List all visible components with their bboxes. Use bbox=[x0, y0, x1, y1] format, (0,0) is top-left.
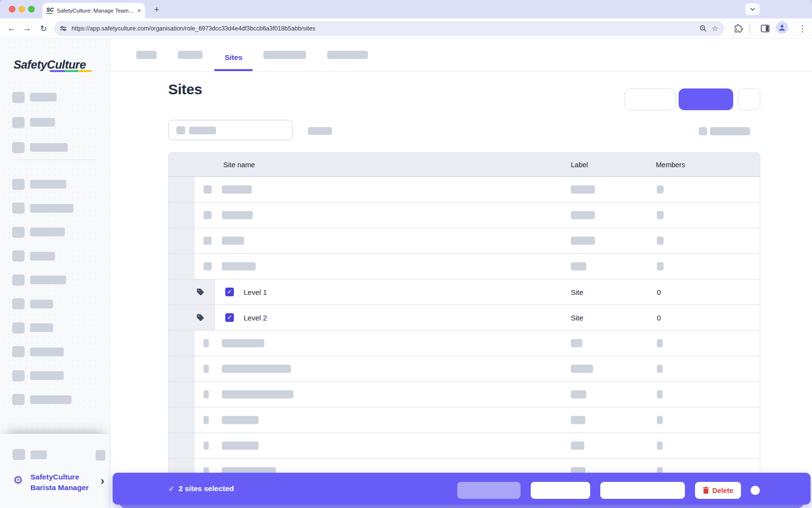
search-input[interactable] bbox=[168, 120, 292, 140]
row-indent-gutter bbox=[169, 203, 195, 228]
gear-icon[interactable]: ⚙ bbox=[13, 475, 23, 486]
organisation-switcher[interactable]: ⚙ SafetyCulture Barista Manager › bbox=[0, 469, 110, 503]
sidebar-item-skeleton[interactable] bbox=[12, 91, 57, 103]
site-members-count: 0 bbox=[657, 314, 661, 322]
bar-action-button-2[interactable] bbox=[600, 482, 685, 499]
new-tab-button[interactable]: + bbox=[151, 4, 162, 15]
tab-skeleton[interactable] bbox=[178, 51, 203, 59]
header-secondary-button[interactable] bbox=[624, 88, 676, 110]
sidebar-item-skeleton[interactable] bbox=[12, 141, 68, 154]
zoom-icon[interactable] bbox=[699, 25, 707, 32]
profile-avatar[interactable] bbox=[776, 21, 788, 34]
menu-icon-placeholder bbox=[12, 227, 25, 238]
app-sidebar: SafetyCulture ⚙ SafetyCulture Barista Ma… bbox=[0, 39, 110, 508]
address-bar[interactable]: https://app.safetyculture.com/organisati… bbox=[54, 21, 724, 36]
columns-label-placeholder bbox=[710, 127, 750, 135]
sidebar-item-skeleton[interactable] bbox=[12, 226, 65, 238]
checkbox-placeholder bbox=[203, 237, 212, 245]
browser-tab[interactable]: SC SafetyCulture: Manage Teams and... × bbox=[43, 3, 145, 18]
header-primary-button[interactable] bbox=[679, 88, 733, 110]
reload-button[interactable]: ↻ bbox=[37, 22, 50, 35]
row-checkbox[interactable]: ✓ bbox=[225, 313, 234, 322]
site-name-placeholder bbox=[222, 237, 244, 245]
members-placeholder bbox=[657, 416, 663, 424]
menu-label-placeholder bbox=[30, 143, 68, 152]
table-row-skeleton[interactable] bbox=[169, 356, 760, 382]
row-indent-gutter bbox=[169, 356, 195, 381]
row-indent-gutter bbox=[169, 254, 195, 279]
bar-action-placeholder-button[interactable] bbox=[457, 482, 521, 499]
checkbox-placeholder bbox=[203, 339, 209, 348]
site-row[interactable]: ✓Level 2Site0 bbox=[169, 305, 760, 331]
site-name-placeholder bbox=[222, 339, 264, 348]
sidebar-item-skeleton[interactable] bbox=[12, 178, 66, 190]
tab-skeleton[interactable] bbox=[136, 51, 157, 59]
table-row-skeleton[interactable] bbox=[169, 433, 760, 459]
forward-button[interactable]: → bbox=[20, 22, 34, 35]
sites-table: Site name Label Members ✓Level 1Site0✓Le… bbox=[168, 152, 760, 484]
side-panel-icon[interactable] bbox=[758, 22, 772, 35]
tab-skeleton[interactable] bbox=[327, 51, 368, 59]
site-name: Level 1 bbox=[244, 288, 267, 296]
window-minimize-button[interactable] bbox=[18, 6, 25, 13]
menu-icon-placeholder bbox=[12, 250, 25, 261]
sidebar-item-skeleton[interactable] bbox=[12, 274, 66, 286]
tab-search-button[interactable] bbox=[745, 3, 760, 15]
sidebar-item-skeleton[interactable] bbox=[12, 202, 73, 215]
sidebar-item-skeleton[interactable] bbox=[12, 250, 55, 262]
sidebar-item-skeleton[interactable] bbox=[12, 393, 72, 406]
nav-tabs-divider bbox=[110, 71, 812, 72]
tab-skeleton[interactable] bbox=[263, 51, 306, 59]
menu-icon-placeholder bbox=[12, 203, 25, 214]
sidebar-item-skeleton[interactable] bbox=[12, 116, 55, 129]
browser-menu-icon[interactable]: ⋮ bbox=[796, 22, 809, 35]
table-row-skeleton[interactable] bbox=[169, 407, 760, 433]
sidebar-footer: ⚙ SafetyCulture Barista Manager › bbox=[0, 434, 110, 508]
bar-action-button-1[interactable] bbox=[531, 482, 590, 499]
table-row-skeleton[interactable] bbox=[169, 254, 760, 279]
extensions-icon[interactable] bbox=[732, 22, 745, 35]
table-row-skeleton[interactable] bbox=[169, 382, 760, 407]
table-row-skeleton[interactable] bbox=[169, 331, 760, 356]
column-header-label: Label bbox=[571, 153, 588, 177]
table-row-skeleton[interactable] bbox=[169, 177, 760, 203]
tab-title: SafetyCulture: Manage Teams and... bbox=[57, 8, 134, 14]
back-button[interactable]: ← bbox=[5, 22, 18, 35]
row-checkbox[interactable]: ✓ bbox=[225, 288, 234, 296]
window-zoom-button[interactable] bbox=[28, 6, 35, 13]
label-placeholder bbox=[571, 365, 593, 373]
sidebar-item-skeleton[interactable] bbox=[12, 346, 64, 358]
tab-sites[interactable]: Sites bbox=[214, 53, 253, 62]
site-name-placeholder bbox=[222, 186, 252, 194]
header-more-button[interactable] bbox=[738, 88, 760, 110]
chevron-right-icon[interactable]: › bbox=[101, 475, 104, 487]
window-close-button[interactable] bbox=[9, 6, 15, 13]
row-indent-gutter bbox=[169, 228, 195, 253]
table-row-skeleton[interactable] bbox=[169, 228, 760, 254]
label-placeholder bbox=[571, 391, 586, 399]
selection-bar-circle-button[interactable] bbox=[751, 486, 760, 495]
footer-skeleton-item[interactable] bbox=[13, 449, 47, 460]
toolbar-divider bbox=[750, 24, 750, 33]
checkbox-placeholder bbox=[203, 186, 212, 194]
sidebar-item-skeleton[interactable] bbox=[12, 369, 64, 382]
selection-count: ✓ 2 sites selected bbox=[168, 473, 234, 505]
site-row[interactable]: ✓Level 1Site0 bbox=[169, 279, 760, 305]
menu-label-placeholder bbox=[30, 323, 53, 332]
site-name-placeholder bbox=[222, 416, 259, 424]
footer-label-placeholder bbox=[30, 450, 47, 459]
menu-label-placeholder bbox=[30, 93, 57, 102]
tab-close-icon[interactable]: × bbox=[137, 7, 141, 14]
site-members-count: 0 bbox=[657, 288, 661, 296]
site-info-icon[interactable] bbox=[60, 26, 67, 31]
footer-icon-placeholder bbox=[13, 449, 25, 460]
bookmark-star-icon[interactable]: ☆ bbox=[712, 24, 718, 33]
label-placeholder bbox=[571, 416, 585, 424]
sidebar-item-skeleton[interactable] bbox=[12, 321, 53, 334]
delete-button[interactable]: Delete bbox=[695, 482, 741, 499]
menu-icon-placeholder bbox=[12, 322, 25, 334]
sidebar-item-skeleton[interactable] bbox=[12, 298, 53, 310]
row-indent-gutter bbox=[169, 279, 215, 305]
browser-window: SC SafetyCulture: Manage Teams and... × … bbox=[0, 0, 812, 508]
table-row-skeleton[interactable] bbox=[169, 203, 760, 228]
